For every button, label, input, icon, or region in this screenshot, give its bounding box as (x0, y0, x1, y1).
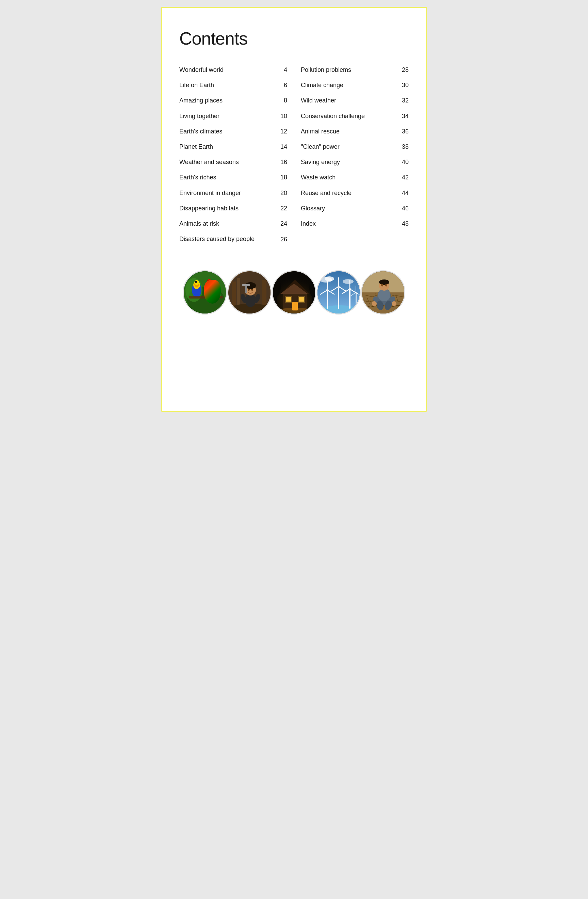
svg-point-46 (325, 276, 334, 281)
svg-rect-40 (298, 296, 305, 303)
image-farmer (361, 270, 405, 315)
toc-entry-earths-climates: Earth's climates 12 (179, 124, 287, 139)
toc-entry-glossary: Glossary 46 (301, 201, 409, 216)
svg-point-12 (208, 280, 210, 282)
svg-rect-39 (285, 296, 292, 303)
toc-entry-planet-earth: Planet Earth 14 (179, 139, 287, 154)
svg-point-75 (385, 284, 387, 287)
toc-entry-wonderful-world: Wonderful world 4 (179, 62, 287, 77)
image-windmills (316, 270, 361, 315)
toc-entry-animal-rescue: Animal rescue 36 (301, 124, 409, 139)
svg-rect-48 (327, 290, 328, 309)
contents-page: Contents Wonderful world 4 Life on Earth… (161, 7, 427, 412)
svg-point-71 (378, 289, 390, 301)
svg-point-10 (206, 281, 212, 288)
toc-entry-index: Index 48 (301, 216, 409, 232)
image-child (227, 270, 272, 315)
toc-entry-pollution: Pollution problems 28 (301, 62, 409, 77)
svg-rect-17 (262, 280, 267, 307)
image-parrots (183, 270, 227, 315)
svg-rect-58 (349, 289, 350, 309)
svg-point-8 (195, 281, 197, 283)
toc-entry-living-together: Living together 10 (179, 108, 287, 124)
svg-point-79 (392, 301, 397, 306)
toc-entry-disasters: Disasters caused by people 26 (179, 232, 287, 246)
toc-entry-climate-change: Climate change 30 (301, 77, 409, 93)
toc-entry-weather-seasons: Weather and seasons 16 (179, 154, 287, 170)
page-title: Contents (179, 28, 409, 49)
svg-point-74 (381, 284, 383, 287)
left-column: Wonderful world 4 Life on Earth 6 Amazin… (179, 62, 287, 246)
svg-rect-26 (245, 285, 247, 293)
svg-point-78 (372, 301, 377, 306)
toc-entry-waste-watch: Waste watch 42 (301, 170, 409, 185)
circular-images-row (179, 270, 409, 315)
toc-entry-animals-at-risk: Animals at risk 24 (179, 216, 287, 232)
contents-grid: Wonderful world 4 Life on Earth 6 Amazin… (179, 62, 409, 246)
toc-entry-amazing-places: Amazing places 8 (179, 93, 287, 108)
svg-rect-27 (242, 284, 250, 286)
svg-rect-15 (232, 281, 236, 309)
svg-point-47 (343, 279, 353, 284)
svg-point-73 (379, 280, 389, 285)
svg-point-3 (208, 281, 221, 302)
toc-entry-disappearing-habitats: Disappearing habitats 22 (179, 201, 287, 216)
right-column: Pollution problems 28 Climate change 30 … (301, 62, 409, 246)
svg-rect-53 (338, 287, 339, 309)
svg-point-41 (280, 308, 310, 313)
toc-entry-earths-riches: Earth's riches 18 (179, 170, 287, 185)
svg-rect-13 (189, 296, 223, 298)
toc-entry-conservation: Conservation challenge 34 (301, 108, 409, 124)
toc-entry-environment-danger: Environment in danger 20 (179, 185, 287, 201)
svg-point-9 (205, 282, 214, 296)
toc-entry-life-on-earth: Life on Earth 6 (179, 77, 287, 93)
svg-point-11 (207, 279, 211, 284)
toc-entry-clean-power: "Clean" power 38 (301, 139, 409, 154)
toc-entry-reuse-recycle: Reuse and recycle 44 (301, 185, 409, 201)
svg-rect-63 (356, 292, 357, 309)
image-house (272, 270, 316, 315)
toc-entry-saving-energy: Saving energy 40 (301, 154, 409, 170)
toc-entry-wild-weather: Wild weather 32 (301, 93, 409, 108)
svg-rect-16 (237, 278, 240, 309)
